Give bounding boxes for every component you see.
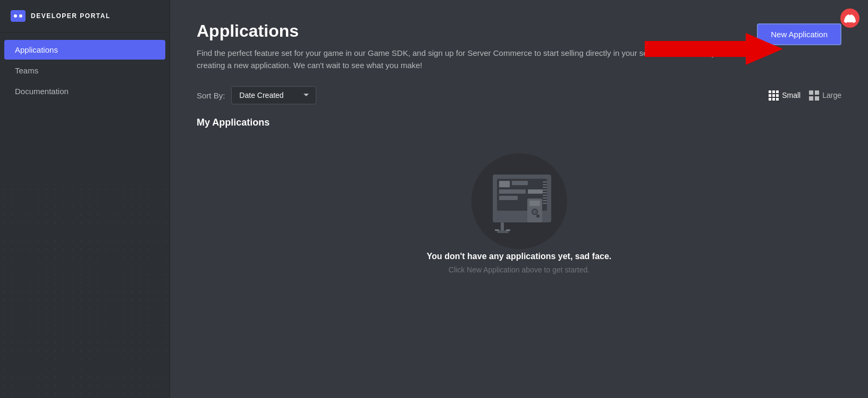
empty-state: You don't have any applications yet, sad… <box>197 145 841 295</box>
sidebar-dots-pattern <box>0 185 170 398</box>
svg-rect-18 <box>543 197 547 198</box>
svg-rect-28 <box>495 229 499 231</box>
new-application-button[interactable]: New Application <box>757 23 841 45</box>
view-toggle: Small Large <box>769 90 841 101</box>
svg-rect-8 <box>512 181 528 185</box>
sidebar-nav: Applications Teams Documentation <box>0 32 170 109</box>
svg-rect-11 <box>499 196 518 200</box>
header-row: Applications Find the perfect feature se… <box>197 21 841 71</box>
svg-rect-13 <box>543 184 547 185</box>
view-small-button[interactable]: Small <box>769 90 800 101</box>
sidebar-logo-text: DEVELOPER PORTAL <box>31 12 111 20</box>
discord-avatar-icon <box>844 13 856 23</box>
svg-point-24 <box>533 210 537 214</box>
title-description-block: Applications Find the perfect feature se… <box>197 21 736 71</box>
sidebar: DEVELOPER PORTAL Applications Teams Docu… <box>0 0 170 398</box>
sort-left: Sort By: Date Created Name Last Modified <box>197 86 316 104</box>
svg-point-1 <box>14 14 17 18</box>
page-description: Find the perfect feature set for your ga… <box>197 47 736 71</box>
svg-rect-7 <box>499 181 510 187</box>
sort-row: Sort By: Date Created Name Last Modified… <box>197 86 841 104</box>
sidebar-item-applications[interactable]: Applications <box>4 40 165 60</box>
view-large-button[interactable]: Large <box>809 90 841 101</box>
svg-rect-12 <box>543 181 547 183</box>
sidebar-item-documentation[interactable]: Documentation <box>4 81 165 101</box>
grid-small-icon <box>769 90 779 101</box>
svg-rect-17 <box>543 195 547 196</box>
empty-state-subtitle: Click New Application above to get start… <box>449 266 589 274</box>
view-small-label: Small <box>782 91 800 100</box>
section-title: My Applications <box>197 117 841 128</box>
empty-illustration <box>450 145 588 252</box>
grid-large-icon <box>809 90 819 101</box>
page-title: Applications <box>197 21 736 41</box>
svg-rect-9 <box>499 189 526 194</box>
svg-point-2 <box>19 14 22 18</box>
svg-rect-16 <box>543 192 547 193</box>
sort-label: Sort By: <box>197 91 225 100</box>
svg-rect-19 <box>543 200 547 201</box>
svg-point-25 <box>536 214 540 218</box>
svg-rect-20 <box>543 203 547 204</box>
main-content: Applications Find the perfect feature se… <box>170 0 868 398</box>
sort-select[interactable]: Date Created Name Last Modified <box>231 86 316 104</box>
svg-rect-0 <box>11 10 26 22</box>
view-large-label: Large <box>822 91 841 100</box>
empty-state-title: You don't have any applications yet, sad… <box>427 252 612 261</box>
svg-rect-22 <box>529 201 540 206</box>
svg-rect-10 <box>528 189 543 194</box>
svg-rect-15 <box>543 189 547 190</box>
svg-rect-14 <box>543 187 547 188</box>
sidebar-item-teams[interactable]: Teams <box>4 61 165 80</box>
svg-rect-29 <box>506 229 510 231</box>
discord-logo-icon <box>11 9 26 23</box>
sidebar-logo: DEVELOPER PORTAL <box>0 0 170 32</box>
avatar[interactable] <box>840 9 859 28</box>
